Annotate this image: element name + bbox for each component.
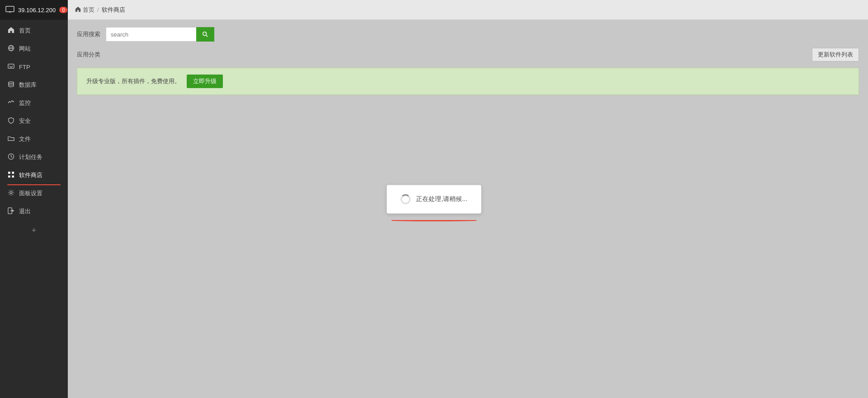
home-breadcrumb-icon: [75, 6, 81, 14]
main-content: 首页 / 软件商店 应用搜索 应用分类 更新软件列表: [68, 0, 868, 398]
add-server-button[interactable]: +: [0, 220, 68, 241]
search-label: 应用搜索: [77, 30, 100, 38]
sidebar-item-home[interactable]: 首页: [0, 22, 68, 40]
database-icon: [7, 81, 14, 89]
monitor-icon: [5, 6, 14, 14]
svg-rect-11: [8, 175, 10, 178]
sidebar-header: 39.106.12.200 0: [0, 0, 68, 20]
folder-icon: [7, 135, 14, 143]
breadcrumb-home[interactable]: 首页: [83, 6, 94, 14]
search-row: 应用搜索: [77, 27, 859, 42]
sidebar-item-database[interactable]: 数据库: [0, 76, 68, 94]
svg-rect-10: [12, 172, 14, 174]
search-button[interactable]: [196, 27, 214, 42]
update-list-button[interactable]: 更新软件列表: [812, 48, 859, 61]
monitor-sidebar-icon: [7, 99, 14, 107]
clock-icon: [7, 153, 14, 161]
category-row: 应用分类 更新软件列表: [77, 48, 859, 61]
sidebar-item-ftp[interactable]: FTP: [0, 58, 68, 76]
upgrade-button[interactable]: 立即升级: [187, 75, 223, 88]
notification-badge: 0: [59, 7, 67, 13]
gear-icon: [7, 189, 14, 197]
server-ip: 39.106.12.200: [18, 7, 56, 14]
sidebar-item-logout[interactable]: 退出: [0, 202, 68, 220]
svg-rect-12: [12, 175, 14, 178]
sidebar: 39.106.12.200 0 首页 网站 FTP: [0, 0, 68, 398]
category-label: 应用分类: [77, 51, 100, 59]
content-area: 应用搜索 应用分类 更新软件列表 升级专业版，所有插件，免费使用。 立即升级: [68, 20, 868, 398]
sidebar-item-website[interactable]: 网站: [0, 40, 68, 58]
search-input-wrap: [106, 27, 214, 42]
promo-banner: 升级专业版，所有插件，免费使用。 立即升级: [77, 68, 859, 95]
breadcrumb-current: 软件商店: [102, 6, 125, 14]
breadcrumb-separator: /: [97, 6, 99, 13]
sidebar-item-cron[interactable]: 计划任务: [0, 148, 68, 166]
promo-text: 升级专业版，所有插件，免费使用。: [86, 77, 180, 85]
sidebar-item-security[interactable]: 安全: [0, 112, 68, 130]
sidebar-item-panel-settings[interactable]: 面板设置: [0, 184, 68, 202]
svg-point-7: [8, 82, 13, 84]
sidebar-item-files[interactable]: 文件: [0, 130, 68, 148]
search-input[interactable]: [106, 27, 196, 42]
home-icon: [7, 27, 14, 35]
logout-icon: [7, 207, 14, 215]
svg-rect-9: [8, 172, 10, 174]
topbar: 首页 / 软件商店: [68, 0, 868, 20]
svg-rect-0: [6, 6, 14, 12]
svg-point-13: [10, 192, 12, 194]
website-icon: [7, 45, 14, 53]
ftp-icon: [7, 63, 14, 71]
sidebar-nav: 首页 网站 FTP 数据库 监控: [0, 22, 68, 220]
sidebar-item-appstore[interactable]: 软件商店: [0, 166, 68, 184]
sidebar-item-monitor[interactable]: 监控: [0, 94, 68, 112]
shield-icon: [7, 117, 14, 125]
svg-line-17: [206, 35, 208, 37]
svg-point-16: [203, 32, 207, 36]
appstore-icon: [7, 171, 14, 179]
